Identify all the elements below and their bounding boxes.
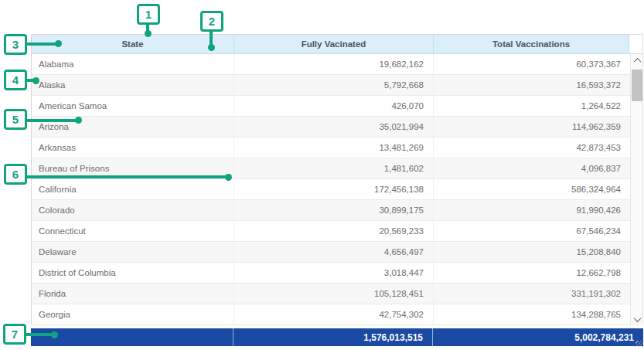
table-row[interactable]: Arkansas 13,481,269 42,873,453 bbox=[32, 138, 630, 158]
fully-vaccinated-cell: 20,569,233 bbox=[234, 221, 434, 241]
annotation-dot-7 bbox=[51, 331, 58, 338]
total-vaccinations-cell: 1,264,522 bbox=[434, 96, 630, 116]
annotation-stem-7 bbox=[25, 333, 53, 336]
annotation-dot-3 bbox=[55, 40, 62, 47]
annotation-marker-6: 6 bbox=[4, 164, 27, 185]
annotation-dot-6 bbox=[225, 174, 232, 181]
totals-row: 1,576,013,515 5,002,784,231 bbox=[31, 328, 643, 346]
fully-vaccinated-cell: 1,481,602 bbox=[234, 158, 434, 178]
column-header-total-vaccinations[interactable]: Total Vaccinations bbox=[434, 35, 629, 53]
annotation-marker-2: 2 bbox=[200, 11, 223, 32]
table-row[interactable]: Alaska 5,792,668 16,593,372 bbox=[32, 75, 630, 96]
table-row[interactable]: Colorado 30,899,175 91,990,426 bbox=[32, 200, 630, 221]
fully-vaccinated-cell: 13,481,269 bbox=[234, 138, 434, 158]
total-vaccinations-cell: 4,096,837 bbox=[434, 158, 630, 178]
table-rows: Alabama 19,682,162 60,373,367 Alaska 5,7… bbox=[32, 54, 630, 325]
state-cell: Arkansas bbox=[32, 138, 234, 158]
fully-vaccinated-cell: 5,792,668 bbox=[234, 75, 434, 95]
table-header-row: State Fully Vacinated Total Vaccinations bbox=[32, 35, 642, 54]
fully-vaccinated-cell: 30,899,175 bbox=[234, 200, 434, 220]
vertical-scrollbar[interactable] bbox=[630, 54, 642, 325]
annotation-stem-6 bbox=[26, 175, 227, 178]
fully-vaccinated-cell: 4,656,497 bbox=[234, 242, 434, 262]
column-header-state[interactable]: State bbox=[32, 35, 234, 53]
table-row[interactable]: Arizona 35,021,994 114,962,359 bbox=[32, 117, 630, 138]
fully-vaccinated-cell: 426,070 bbox=[234, 96, 434, 116]
totals-state-cell bbox=[31, 328, 233, 346]
table-row[interactable]: District of Columbia 3,018,447 12,662,79… bbox=[32, 263, 630, 284]
totals-total-vaccinations-cell: 5,002,784,231 bbox=[433, 328, 643, 346]
total-vaccinations-cell: 16,593,372 bbox=[434, 75, 630, 95]
annotation-marker-3: 3 bbox=[4, 34, 27, 55]
table-body: Alabama 19,682,162 60,373,367 Alaska 5,7… bbox=[32, 54, 642, 325]
state-cell: Georgia bbox=[32, 304, 234, 325]
fully-vaccinated-cell: 35,021,994 bbox=[234, 117, 434, 137]
scroll-up-button[interactable] bbox=[631, 54, 643, 66]
total-vaccinations-cell: 586,324,964 bbox=[434, 179, 630, 199]
state-cell: Florida bbox=[32, 284, 234, 304]
annotation-marker-7: 7 bbox=[3, 324, 26, 345]
total-vaccinations-cell: 91,990,426 bbox=[434, 200, 630, 220]
total-vaccinations-cell: 12,662,798 bbox=[434, 263, 630, 283]
total-vaccinations-cell: 134,288,765 bbox=[434, 304, 630, 325]
annotation-marker-4: 4 bbox=[4, 70, 27, 90]
total-vaccinations-cell: 114,962,359 bbox=[434, 117, 630, 137]
annotation-stem-3 bbox=[26, 42, 56, 46]
chevron-up-icon bbox=[633, 57, 641, 65]
state-cell: American Samoa bbox=[32, 96, 234, 116]
total-vaccinations-cell: 15,208,840 bbox=[434, 242, 630, 262]
total-vaccinations-cell: 42,873,453 bbox=[434, 138, 630, 158]
state-cell: District of Columbia bbox=[32, 263, 234, 283]
annotation-marker-1: 1 bbox=[137, 4, 160, 25]
state-cell: Colorado bbox=[32, 200, 234, 220]
fully-vaccinated-cell: 105,128,451 bbox=[234, 284, 434, 304]
fully-vaccinated-cell: 19,682,162 bbox=[234, 54, 434, 74]
state-cell: Alaska bbox=[32, 75, 234, 95]
table-row[interactable]: Florida 105,128,451 331,191,302 bbox=[32, 284, 630, 304]
fully-vaccinated-cell: 3,018,447 bbox=[234, 263, 434, 283]
annotation-dot-5 bbox=[75, 117, 82, 124]
state-cell: Alabama bbox=[32, 54, 234, 74]
total-vaccinations-cell: 331,191,302 bbox=[434, 284, 630, 304]
table-row[interactable]: Georgia 42,754,302 134,288,765 bbox=[32, 304, 630, 325]
table-row[interactable]: California 172,456,138 586,324,964 bbox=[32, 179, 630, 200]
fully-vaccinated-cell: 172,456,138 bbox=[234, 179, 434, 199]
table-row[interactable]: Delaware 4,656,497 15,208,840 bbox=[32, 242, 630, 263]
table-row[interactable]: American Samoa 426,070 1,264,522 bbox=[32, 96, 630, 117]
column-header-fully-vaccinated[interactable]: Fully Vacinated bbox=[234, 35, 434, 53]
header-scrollbar-corner bbox=[629, 35, 642, 53]
annotation-marker-5: 5 bbox=[4, 109, 27, 130]
totals-fully-vaccinated-cell: 1,576,013,515 bbox=[233, 328, 433, 346]
vaccination-table: State Fully Vacinated Total Vaccinations… bbox=[31, 34, 643, 325]
annotation-dot-2 bbox=[208, 44, 215, 51]
fully-vaccinated-cell: 42,754,302 bbox=[234, 304, 434, 325]
resize-grip[interactable] bbox=[635, 341, 642, 347]
scroll-down-button[interactable] bbox=[631, 313, 643, 325]
table-row[interactable]: Alabama 19,682,162 60,373,367 bbox=[32, 54, 630, 75]
table-row[interactable]: Connecticut 20,569,233 67,546,234 bbox=[32, 221, 630, 242]
state-cell: California bbox=[32, 179, 234, 199]
total-vaccinations-cell: 67,546,234 bbox=[434, 221, 630, 241]
annotation-dot-4 bbox=[32, 77, 39, 84]
scrollbar-thumb[interactable] bbox=[632, 70, 642, 101]
state-cell: Connecticut bbox=[32, 221, 234, 241]
total-vaccinations-cell: 60,373,367 bbox=[434, 54, 630, 74]
state-cell: Delaware bbox=[32, 242, 234, 262]
chevron-down-icon bbox=[633, 314, 641, 322]
annotation-stem-5 bbox=[26, 119, 76, 122]
annotation-dot-1 bbox=[145, 30, 152, 37]
